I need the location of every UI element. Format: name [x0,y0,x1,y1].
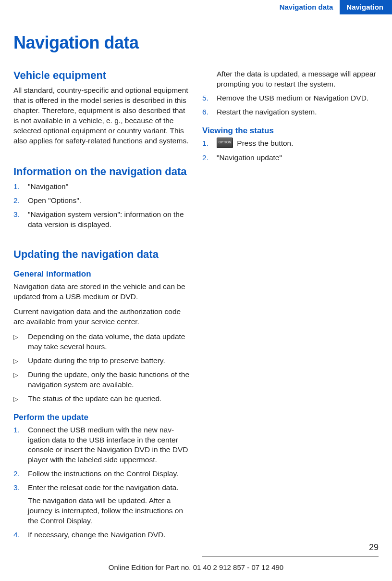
list-item-sub: The navigation data will be updated. Aft… [28,496,190,526]
page-number: 29 [369,543,379,553]
page-footer: 29 Online Edition for Part no. 01 40 2 9… [0,556,392,571]
perform-update-heading: Perform the update [13,413,190,422]
list-item: Press the button. [202,139,379,149]
vehicle-equipment-body: All standard, country-specific and optio… [13,86,190,146]
section-updating-heading: Updating the navigation data [13,248,190,261]
list-item-text: Press the button. [235,139,294,147]
footer-text: Online Edition for Part no. 01 40 2 912 … [0,563,392,571]
option-button-icon [217,138,233,148]
list-item-text: If necessary, change the Navigation DVD. [28,530,166,539]
list-item: Update during the trip to preserve batte… [13,356,190,366]
page-title: Navigation data [13,33,379,53]
list-item: Enter the relesat code for the navigatio… [13,483,190,526]
list-item: Restart the navigation system. [202,107,379,117]
viewing-status-list: Press the button. "Navigation update" [202,139,379,163]
section-vehicle-equipment-heading: Vehicle equipment [13,69,190,82]
list-item: Follow the instructions on the Control D… [13,469,190,479]
list-item: "Navigation update" [202,153,379,163]
list-item: "Navigation" [13,182,190,192]
list-item: Open "Options". [13,196,190,206]
general-info-p2: Current navigation data and the authoriz… [13,307,190,327]
list-item: Depending on the data volume, the data u… [13,332,190,352]
list-item-sub: After the data is updated, a message wil… [217,69,379,89]
general-info-bullets: Depending on the data volume, the data u… [13,332,190,404]
viewing-status-heading: Viewing the status [202,126,379,136]
list-item: Remove the USB medium or Navigation DVD. [202,93,379,103]
general-info-p1: Navigation data are stored in the vehicl… [13,282,190,302]
header-section: Navigation data [273,0,340,14]
list-item: The status of the update can be queried. [13,394,190,404]
info-nav-list: "Navigation" Open "Options". "Navigation… [13,182,190,230]
list-item-text: Enter the relesat code for the navigatio… [28,483,179,492]
section-info-nav-heading: Information on the navigation data [13,165,190,178]
list-item: Connect the USB medium with the new nav­… [13,425,190,466]
header-chapter: Navigation [340,0,392,14]
list-item: During the update, only the basic functi… [13,370,190,390]
general-info-heading: General information [13,269,190,279]
list-item: "Navigation system version": information… [13,210,190,230]
page-header: Navigation data Navigation [0,0,392,14]
